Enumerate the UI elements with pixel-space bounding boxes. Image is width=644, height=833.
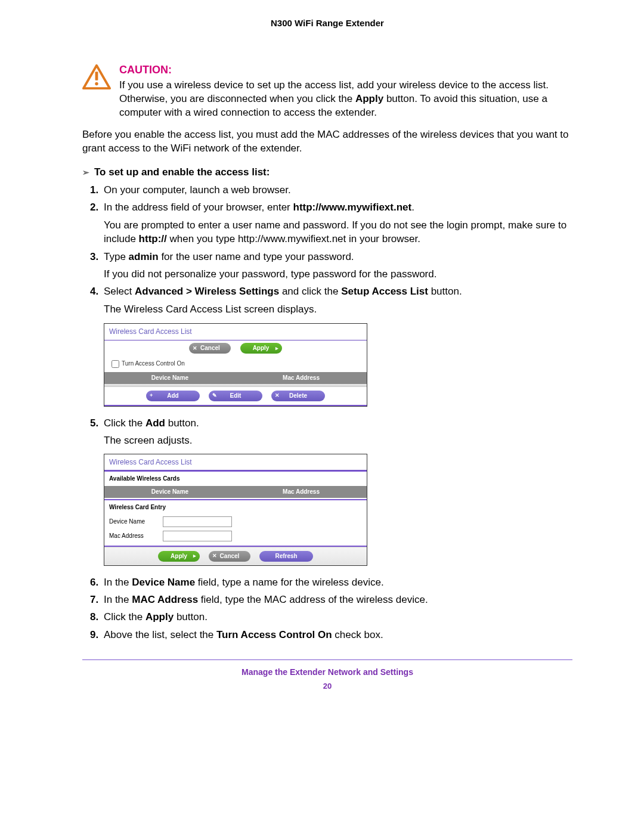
caution-text: If you use a wireless device to set up t… [119,79,572,120]
page-number: 20 [82,682,572,690]
chevron-right-icon: ➢ [82,168,89,177]
turn-access-control-on-checkbox[interactable]: Turn Access Control On [104,356,367,372]
step-4: Select Advanced > Wireless Settings and … [101,284,572,406]
step-1: On your computer, launch a web browser. [101,183,572,197]
cancel-button[interactable]: ✕Cancel [189,343,231,354]
chevron-right-icon: ▸ [275,345,278,352]
step-6: In the Device Name field, type a name fo… [101,575,572,589]
cancel-button-2[interactable]: ✕Cancel [209,551,250,562]
pre-list-paragraph: Before you enable the access list, you m… [82,128,572,156]
step-3: Type admin for the user name and type yo… [101,250,572,281]
close-icon: ✕ [212,552,217,559]
chevron-right-icon: ▸ [193,552,196,559]
step-2-note: You are prompted to enter a user name an… [104,218,572,246]
wireless-card-entry-heading: Wireless Card Entry [104,500,367,515]
step-9: Above the list, select the Turn Access C… [101,628,572,642]
footer-chapter-title: Manage the Extender Network and Settings [82,667,572,677]
close-icon: ✕ [275,392,280,399]
close-icon: ✕ [193,345,197,352]
footer-separator [82,659,572,660]
step-7: In the MAC Address field, type the MAC a… [101,593,572,606]
step-8: Click the Apply button. [101,610,572,624]
mac-address-input[interactable] [163,531,232,541]
access-control-checkbox-input[interactable] [112,360,119,368]
step-5: Click the Add button. The screen adjusts… [101,416,572,566]
delete-button[interactable]: ✕Delete [271,391,325,401]
procedure-heading: ➢To set up and enable the access list: [82,166,572,178]
svg-point-2 [95,82,98,85]
pencil-icon: ✎ [212,392,217,399]
document-header-title: N300 WiFi Range Extender [82,18,572,28]
step-5-note: The screen adjusts. [104,433,572,447]
svg-rect-1 [95,72,98,80]
available-wireless-cards-heading: Available Wireless Cards [104,472,367,486]
apply-button-2[interactable]: Apply▸ [158,551,200,562]
step-2: In the address field of your browser, en… [101,200,572,246]
apply-button[interactable]: Apply▸ [240,343,282,354]
screenshot-access-list-expanded: Wireless Card Access List Available Wire… [104,454,367,566]
step-3-note: If you did not personalize your password… [104,267,572,281]
edit-button[interactable]: ✎Edit [209,391,262,401]
device-name-label: Device Name [109,518,163,526]
screenshot-access-list: Wireless Card Access List ✕Cancel Apply▸… [104,323,367,406]
add-button[interactable]: +Add [146,391,200,401]
shot1-column-header: Device Name Mac Address [104,372,367,384]
caution-label: CAUTION: [119,64,572,76]
device-name-input[interactable] [163,516,232,527]
warning-triangle-icon [82,64,111,90]
shot2-title: Wireless Card Access List [104,454,367,471]
shot1-title: Wireless Card Access List [104,324,367,340]
caution-block: CAUTION: If you use a wireless device to… [82,64,572,120]
step-4-note: The Wireless Card Access List screen dis… [104,302,572,316]
procedure-steps: On your computer, launch a web browser. … [101,183,572,642]
plus-icon: + [150,392,153,399]
refresh-button[interactable]: Refresh [259,551,313,562]
mac-address-label: Mac Address [109,532,163,540]
shot2-column-header: Device Name Mac Address [104,486,367,498]
